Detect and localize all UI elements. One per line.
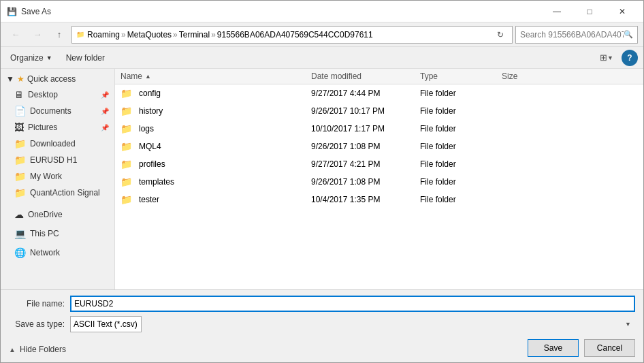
refresh-button[interactable]: ↻ [493, 27, 508, 42]
folder-icon: 📁 [120, 194, 132, 205]
sidebar: ▼ ★ Quick access 🖥 Desktop 📌 📄 Documents… [1, 69, 115, 289]
organize-label: Organize [10, 53, 44, 63]
sidebar-item-network[interactable]: 🌐 Network [1, 244, 114, 261]
quick-access-label: Quick access [27, 74, 76, 84]
table-row[interactable]: 📁tester 10/4/2017 1:35 PM File folder [115, 191, 643, 208]
folder-icon: 📁 [120, 141, 132, 152]
toolbar: ← → ↑ 📁 Roaming » MetaQuotes » Terminal … [1, 22, 643, 47]
sidebar-item-eurusd[interactable]: 📁 EURUSD H1 [1, 152, 114, 168]
file-name-input[interactable] [70, 296, 635, 312]
save-button[interactable]: Save [528, 339, 579, 357]
pin-icon: 📌 [101, 124, 109, 131]
pin-icon: 📌 [101, 108, 109, 115]
sidebar-item-label: Desktop [28, 90, 58, 99]
window-controls: — □ ✕ [541, 4, 638, 19]
action-bar: Organize ▼ New folder ⊞ ▼ ? [1, 47, 643, 69]
maximize-button[interactable]: □ [574, 4, 605, 19]
folder-icon: 📁 [120, 88, 132, 99]
table-row[interactable]: 📁history 9/26/2017 10:17 PM File folder [115, 102, 643, 120]
sidebar-item-thispc[interactable]: 💻 This PC [1, 225, 114, 242]
file-list-header: Name ▲ Date modified Type Size [115, 69, 643, 84]
desktop-icon: 🖥 [14, 89, 24, 100]
sort-icon: ▲ [145, 73, 151, 80]
close-button[interactable]: ✕ [607, 4, 638, 19]
breadcrumb: Roaming » MetaQuotes » Terminal » 915566… [87, 30, 490, 40]
table-row[interactable]: 📁templates 9/26/2017 1:08 PM File folder [115, 173, 643, 191]
folder-icon: 📁 [120, 106, 132, 116]
onedrive-icon: ☁ [14, 209, 24, 220]
documents-icon: 📄 [14, 106, 26, 116]
sidebar-item-label: QuantAction Signal [30, 188, 100, 198]
table-row[interactable]: 📁logs 10/10/2017 1:17 PM File folder [115, 120, 643, 138]
window-icon: 💾 [6, 6, 17, 17]
breadcrumb-metaquotes[interactable]: MetaQuotes [127, 30, 172, 40]
search-box[interactable]: 🔍 [515, 26, 638, 44]
quick-access-header[interactable]: ▼ ★ Quick access [1, 72, 114, 86]
file-list: Name ▲ Date modified Type Size 📁config 9… [115, 69, 643, 289]
sidebar-item-label: Pictures [28, 123, 57, 132]
up-button[interactable]: ↑ [50, 26, 69, 44]
folder-icon: 📁 [14, 155, 26, 165]
address-bar[interactable]: 📁 Roaming » MetaQuotes » Terminal » 9155… [71, 26, 513, 44]
cancel-button[interactable]: Cancel [584, 339, 635, 357]
sidebar-item-mywork[interactable]: 📁 My Work [1, 168, 114, 185]
organize-button[interactable]: Organize ▼ [6, 50, 57, 66]
sidebar-item-downloaded[interactable]: 📁 Downloaded [1, 136, 114, 152]
buttons-row: ▲ Hide Folders Save Cancel [9, 336, 635, 357]
table-row[interactable]: 📁profiles 9/27/2017 4:21 PM File folder [115, 155, 643, 173]
sidebar-item-label: Documents [30, 106, 71, 116]
pictures-icon: 🖼 [14, 122, 24, 133]
pin-icon: 📌 [101, 91, 109, 99]
title-bar: 💾 Save As — □ ✕ [1, 1, 643, 22]
forward-button[interactable]: → [28, 26, 47, 44]
folder-icon: 📁 [120, 176, 132, 187]
sidebar-item-documents[interactable]: 📄 Documents 📌 [1, 103, 114, 119]
file-name-label: File name: [9, 299, 70, 309]
column-type[interactable]: Type [420, 72, 502, 81]
help-button[interactable]: ? [622, 50, 638, 66]
thispc-icon: 💻 [14, 228, 26, 239]
sidebar-item-label: Network [30, 248, 60, 257]
folder-icon: 📁 [120, 159, 132, 170]
save-as-type-label: Save as type: [9, 319, 70, 329]
hide-folders-button[interactable]: ▲ Hide Folders [9, 342, 66, 354]
sidebar-item-label: My Work [30, 172, 62, 181]
main-content: ▼ ★ Quick access 🖥 Desktop 📌 📄 Documents… [1, 69, 643, 289]
bottom-area: File name: Save as type: ASCII Text (*.c… [1, 289, 643, 362]
sidebar-item-quantaction[interactable]: 📁 QuantAction Signal [1, 185, 114, 201]
chevron-down-icon: ▼ [6, 74, 14, 84]
save-as-type-row: Save as type: ASCII Text (*.csv) ▼ [9, 316, 635, 332]
folder-icon: 📁 [14, 171, 26, 182]
sidebar-item-pictures[interactable]: 🖼 Pictures 📌 [1, 119, 114, 136]
table-row[interactable]: 📁MQL4 9/26/2017 1:08 PM File folder [115, 138, 643, 155]
view-icon: ⊞ [600, 52, 607, 63]
column-size[interactable]: Size [502, 72, 556, 81]
window-title: Save As [21, 7, 541, 16]
sidebar-item-onedrive[interactable]: ☁ OneDrive [1, 206, 114, 223]
breadcrumb-id[interactable]: 915566BA06ADA407569C544CC0D97611 [217, 30, 373, 40]
sidebar-item-label: OneDrive [28, 210, 63, 219]
save-as-dialog: 💾 Save As — □ ✕ ← → ↑ 📁 Roaming » MetaQu… [0, 0, 644, 363]
chevron-down-icon: ▼ [625, 321, 631, 328]
search-icon: 🔍 [624, 30, 633, 39]
save-as-type-wrapper[interactable]: ASCII Text (*.csv) ▼ [70, 316, 635, 332]
chevron-up-icon: ▲ [9, 346, 16, 353]
folder-icon: 📁 [120, 123, 132, 134]
search-input[interactable] [520, 30, 624, 40]
breadcrumb-terminal[interactable]: Terminal [179, 30, 210, 40]
sidebar-item-label: Downloaded [30, 139, 76, 148]
new-folder-button[interactable]: New folder [62, 50, 109, 66]
breadcrumb-roaming[interactable]: Roaming [87, 30, 120, 40]
view-chevron-icon: ▼ [607, 54, 613, 61]
table-row[interactable]: 📁config 9/27/2017 4:44 PM File folder [115, 84, 643, 102]
view-button[interactable]: ⊞ ▼ [597, 50, 616, 66]
save-as-type-select[interactable]: ASCII Text (*.csv) [70, 316, 142, 332]
back-button[interactable]: ← [6, 26, 25, 44]
sidebar-item-desktop[interactable]: 🖥 Desktop 📌 [1, 86, 114, 103]
minimize-button[interactable]: — [541, 4, 573, 19]
column-date[interactable]: Date modified [311, 72, 420, 81]
folder-icon: 📁 [14, 138, 26, 149]
file-name-row: File name: [9, 296, 635, 312]
network-icon: 🌐 [14, 247, 26, 258]
column-name[interactable]: Name ▲ [120, 72, 311, 81]
